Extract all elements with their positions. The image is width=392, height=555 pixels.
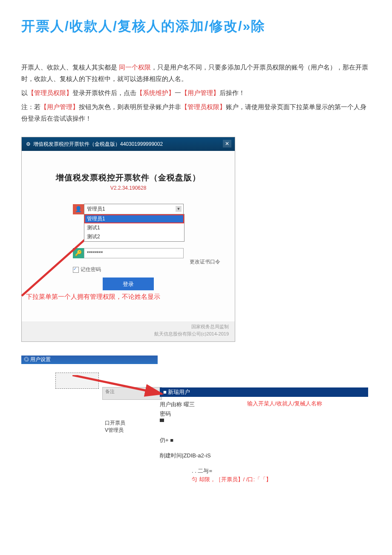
remember-label: 记住密码	[81, 266, 101, 272]
dropdown-option[interactable]: 测试1	[84, 223, 184, 232]
remember-row: 记住密码	[73, 266, 184, 273]
app-version: V2.2.34.190628	[35, 185, 222, 191]
gov-note: 国家税务总局监制 航天信息股份有限公司(c)2014-2019	[22, 321, 235, 341]
intro-p1: 开票人、收款人、复核人其实都是 同一个权限，只是用户名不同，只要多添加几个开票员…	[21, 61, 371, 84]
red-annotation-input: 输入开菜人/收就人/复械人名称	[247, 400, 322, 408]
dropdown-option[interactable]: 管理员1	[84, 214, 184, 223]
intro-p3: 注：若【用户管理】按钮为灰色，则表明所登录账户并非【管理员权限】账户，请使用登录…	[21, 101, 371, 124]
dashed-placeholder	[55, 373, 99, 389]
dropdown-option[interactable]: 测试2	[84, 232, 184, 241]
intro-p2: 以【管理员权限】登录开票软件后，点击【系统维护】一【用户管理】后操作！	[21, 87, 371, 98]
role-admin: V管理员	[105, 427, 125, 434]
eq-text: . . 二与=	[192, 467, 212, 475]
user-dropdown-row: 👤 管理员1 ▼ 管理员1 测试1 测试2	[73, 204, 184, 215]
titlebar-text: 增值税发票税控开票软件（金税盘版）440301999999002	[33, 141, 163, 148]
remember-checkbox[interactable]	[73, 267, 79, 273]
note-label: 仍+ ■	[160, 436, 211, 444]
cog-icon: ⚙	[26, 141, 31, 147]
username-label: 用户由称 曜三	[160, 401, 195, 408]
password-field[interactable]	[84, 248, 184, 258]
create-time-label: 削建时间|ZDIB-a2-iS	[160, 452, 211, 460]
user-settings-titlebar: ◎ 用户设置	[21, 356, 158, 364]
form-area-2: 仍+ ■ 削建时间|ZDIB-a2-iS	[160, 436, 211, 460]
key-icon: 🔑	[73, 248, 84, 258]
page-title: 开票人/收款人/复核人的添加/修改/»除	[21, 17, 371, 36]
login-screenshot: ⚙ 增值税发票税控开票软件（金税盘版）440301999999002 ✕ 增值税…	[21, 137, 235, 342]
user-settings-screenshot: 备注 ■ 新瑞用户 用户由称 曜三 密码 输入开菜人/收就人/复械人名称 口开票…	[21, 368, 371, 505]
role-invoice: 口开票员	[105, 419, 125, 427]
blob-icon	[160, 419, 164, 422]
password-row: 🔑	[73, 248, 184, 258]
password-label: 密码	[160, 410, 195, 418]
window-titlebar: ⚙ 增值税发票税控开票软件（金税盘版）440301999999002 ✕	[22, 137, 235, 151]
change-cert-link[interactable]: 更改证书口令	[190, 258, 220, 266]
user-icon: 👤	[73, 204, 84, 214]
dropdown-list: 管理员1 测试1 测试2	[84, 214, 184, 242]
role-box: 口开票员 V管理员	[105, 419, 125, 434]
chevron-down-icon[interactable]: ▼	[176, 206, 182, 212]
dropdown-selected-label: 管理员1	[87, 206, 105, 212]
close-icon[interactable]: ✕	[223, 140, 231, 147]
red-annotation-perm: 匀 却限，［开票员】/ /口:「「】	[192, 476, 271, 483]
gray-panel: 备注	[102, 387, 162, 400]
app-name: 增值税发票税控开票软件（金税盘版）	[35, 172, 222, 183]
annotation-text: 下拉菜单第一个人拥有管理权限，不论姓名显示	[26, 293, 222, 301]
dialog-header: ■ 新瑞用户	[160, 387, 368, 397]
login-button[interactable]: 登录	[103, 278, 154, 290]
form-area-1: 用户由称 曜三 密码	[160, 399, 195, 419]
user-dropdown[interactable]: 管理员1 ▼	[84, 204, 184, 215]
